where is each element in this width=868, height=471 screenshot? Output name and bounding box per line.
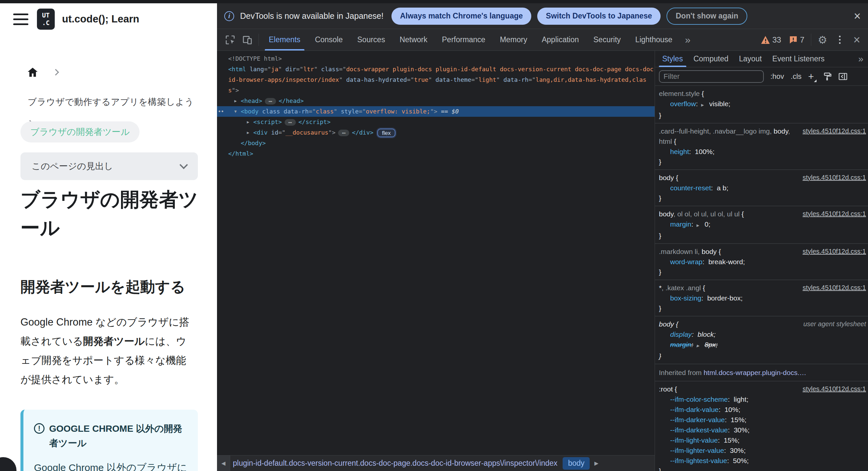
dont-show-again-button[interactable]: Don't show again bbox=[666, 8, 747, 25]
breadcrumb-scroll-left-button[interactable]: ◀ bbox=[217, 456, 230, 471]
expand-arrow-down-icon[interactable]: ▼ bbox=[232, 106, 239, 117]
css-selector[interactable]: element.style { bbox=[659, 88, 866, 99]
css-selector[interactable]: body, ol ol, ol ul, ul ol, ul ul { bbox=[659, 209, 799, 219]
css-declaration[interactable]: --ifm-darkest-value:30%; bbox=[659, 425, 866, 435]
tab-performance[interactable]: Performance bbox=[435, 29, 493, 51]
css-declaration[interactable]: overflow:▶visible; bbox=[659, 99, 866, 110]
rendering-emulation-icon[interactable] bbox=[823, 72, 832, 81]
switch-to-japanese-button[interactable]: Switch DevTools to Japanese bbox=[537, 8, 660, 25]
toc-collapsible[interactable]: このページの見出し bbox=[21, 152, 198, 180]
css-selector[interactable]: *, .katex .angl { bbox=[659, 283, 799, 293]
css-declaration[interactable]: box-sizing:border-box; bbox=[659, 293, 866, 303]
dom-tree-row[interactable]: ▼<body class data-rh="class" style="over… bbox=[217, 106, 655, 117]
site-logo[interactable]: UT .C bbox=[37, 8, 55, 30]
css-declaration[interactable]: --ifm-lightest-value:50%; bbox=[659, 456, 866, 466]
more-tabs-icon[interactable]: » bbox=[680, 29, 696, 51]
css-property-value: 15%; bbox=[731, 416, 747, 423]
tab-elements[interactable]: Elements bbox=[261, 29, 308, 51]
css-source-link[interactable]: styles.4510f12d.css:1 bbox=[803, 246, 866, 257]
expand-children-button[interactable]: … bbox=[265, 98, 276, 104]
dom-tree-row[interactable]: </html> bbox=[217, 149, 655, 159]
sidebar-more-tabs-icon[interactable]: » bbox=[854, 51, 868, 67]
always-match-language-button[interactable]: Always match Chrome's language bbox=[392, 8, 531, 25]
tab-sources[interactable]: Sources bbox=[350, 29, 392, 51]
inspect-element-icon[interactable] bbox=[222, 29, 239, 51]
breadcrumb-section[interactable]: ブラウザで動作するアプリを構築しよう bbox=[28, 96, 194, 108]
dom-tree-row[interactable]: <html lang="ja" dir="ltr" class="docs-wr… bbox=[217, 64, 655, 74]
devtools-close-icon[interactable]: × bbox=[848, 29, 865, 51]
css-declaration[interactable]: --ifm-light-value:15%; bbox=[659, 435, 866, 445]
new-style-rule-button[interactable]: + bbox=[808, 71, 816, 82]
notification-close-icon[interactable]: × bbox=[854, 10, 861, 22]
code-token: " bbox=[314, 66, 318, 72]
sidebar-tab-event-listeners[interactable]: Event Listeners bbox=[767, 51, 830, 67]
css-declaration[interactable]: margin:▶8px; bbox=[659, 339, 866, 351]
site-title[interactable]: ut.code(); Learn bbox=[62, 13, 139, 25]
device-toolbar-icon[interactable] bbox=[239, 29, 256, 51]
css-declaration[interactable]: --ifm-darker-value:15%; bbox=[659, 415, 866, 425]
dom-tree-row[interactable]: ▶<div id="__docusaurus">…</div>flex bbox=[217, 127, 655, 138]
css-property-value: 30%; bbox=[734, 426, 750, 434]
css-source-link[interactable]: styles.4510f12d.css:1 bbox=[803, 209, 866, 219]
toggle-hover-state-button[interactable]: :hov bbox=[770, 72, 784, 81]
expand-children-button[interactable]: … bbox=[338, 130, 349, 136]
dom-breadcrumb-path[interactable]: plugin-id-default.docs-version-current.d… bbox=[233, 456, 557, 471]
expand-value-icon[interactable]: ▶ bbox=[701, 100, 704, 110]
dom-tree-row[interactable]: <!DOCTYPE html> bbox=[217, 54, 655, 64]
css-source-link[interactable]: styles.4510f12d.css:1 bbox=[803, 126, 866, 136]
tab-lighthouse[interactable]: Lighthouse bbox=[628, 29, 680, 51]
dom-tree-row[interactable]: s"> bbox=[217, 85, 655, 96]
css-declaration[interactable]: margin:▶0; bbox=[659, 219, 866, 230]
css-declaration[interactable]: height:100%; bbox=[659, 147, 866, 157]
dom-tree-row[interactable]: ▶<head>…</head> bbox=[217, 96, 655, 106]
css-selector[interactable]: .markdown li, body { bbox=[659, 246, 799, 257]
css-selector[interactable]: :root { bbox=[659, 384, 799, 394]
home-icon[interactable] bbox=[28, 68, 38, 77]
sidebar-tab-layout[interactable]: Layout bbox=[734, 51, 767, 67]
expand-value-icon[interactable]: ▶ bbox=[696, 220, 699, 230]
breadcrumb-current[interactable]: ブラウザの開発者ツール bbox=[21, 121, 140, 143]
issues-badge[interactable]: 7 bbox=[785, 29, 808, 51]
tab-memory[interactable]: Memory bbox=[493, 29, 535, 51]
css-source-link[interactable]: styles.4510f12d.css:1 bbox=[803, 172, 866, 183]
css-declaration[interactable]: --ifm-dark-value:10%; bbox=[659, 404, 866, 415]
flex-badge[interactable]: flex bbox=[377, 129, 395, 137]
hamburger-menu-icon[interactable] bbox=[13, 13, 28, 25]
css-declaration[interactable]: --ifm-lighter-value:30%; bbox=[659, 445, 866, 456]
floating-button-partial[interactable] bbox=[0, 457, 17, 471]
dom-tree-row[interactable]: ▶<script>…</script> bbox=[217, 117, 655, 127]
settings-gear-icon[interactable]: ⚙ bbox=[814, 29, 831, 51]
expand-children-button[interactable]: … bbox=[285, 119, 296, 126]
css-source-link[interactable]: styles.4510f12d.css:1 bbox=[803, 283, 866, 293]
selector-part: element.style bbox=[659, 90, 702, 97]
css-declaration[interactable]: word-wrap:break-word; bbox=[659, 257, 866, 267]
styles-filter-input[interactable] bbox=[659, 70, 764, 83]
warnings-badge[interactable]: 33 bbox=[757, 29, 785, 51]
dom-breadcrumb-current[interactable]: body bbox=[563, 457, 590, 470]
dom-tree-row[interactable]: id-browser-apps/inspector/index" data-ha… bbox=[217, 74, 655, 85]
css-declaration[interactable]: display:block; bbox=[659, 329, 866, 339]
tab-security[interactable]: Security bbox=[586, 29, 628, 51]
css-selector[interactable]: body { bbox=[659, 319, 800, 329]
tab-console[interactable]: Console bbox=[308, 29, 350, 51]
sidebar-tab-styles[interactable]: Styles bbox=[657, 51, 688, 67]
expand-arrow-right-icon[interactable]: ▶ bbox=[245, 117, 251, 127]
expand-arrow-right-icon[interactable]: ▶ bbox=[245, 127, 251, 138]
expand-arrow-right-icon[interactable]: ▶ bbox=[232, 96, 239, 106]
collapse-panel-icon[interactable] bbox=[838, 72, 847, 81]
expand-value-icon[interactable]: ▶ bbox=[696, 341, 699, 351]
css-declaration[interactable]: --ifm-color-scheme:light; bbox=[659, 394, 866, 404]
tab-application[interactable]: Application bbox=[535, 29, 586, 51]
breadcrumb-scroll-right-icon[interactable]: ▶ bbox=[590, 456, 603, 471]
dom-tree-row[interactable]: </body> bbox=[217, 138, 655, 149]
inherited-node-link[interactable]: html.docs-wrapper.plugin-docs.… bbox=[704, 369, 806, 376]
css-selector[interactable]: body { bbox=[659, 172, 799, 183]
css-declaration[interactable]: counter-reset:a b; bbox=[659, 183, 866, 193]
toggle-class-button[interactable]: .cls bbox=[791, 72, 802, 81]
tab-network[interactable]: Network bbox=[393, 29, 435, 51]
css-selector[interactable]: .card--full-height, .navbar__logo img, b… bbox=[659, 126, 799, 147]
css-source-link[interactable]: styles.4510f12d.css:1 bbox=[803, 384, 866, 394]
css-rule-close-brace: } bbox=[659, 466, 866, 471]
sidebar-tab-computed[interactable]: Computed bbox=[688, 51, 734, 67]
kebab-menu-icon[interactable] bbox=[831, 29, 848, 51]
